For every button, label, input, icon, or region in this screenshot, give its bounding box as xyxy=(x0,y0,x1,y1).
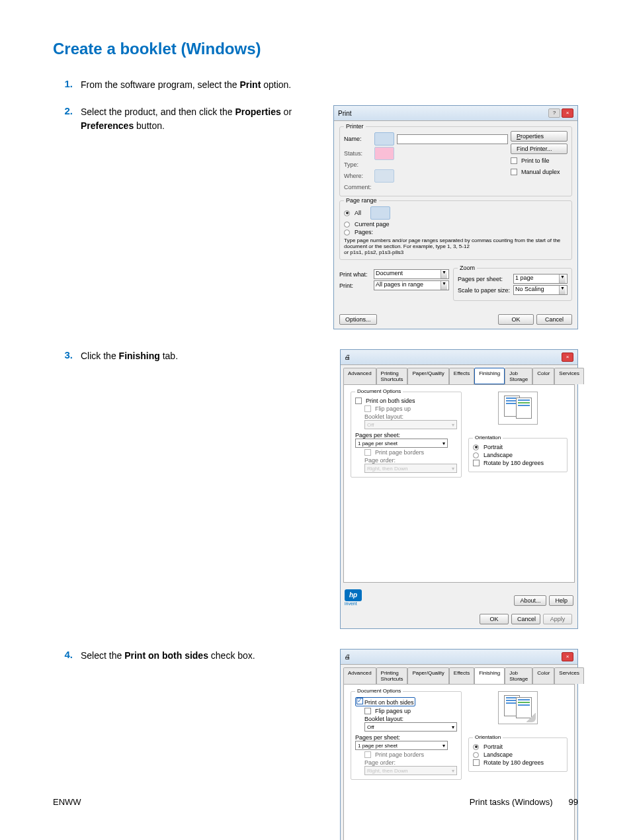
dialog-titlebar: 🖨 × xyxy=(341,350,577,365)
scale-label: Scale to paper size: xyxy=(458,287,511,294)
rotate-checkbox[interactable] xyxy=(473,759,480,766)
print-page-borders-label: Print page borders xyxy=(375,449,424,456)
page-curl-icon xyxy=(526,713,536,722)
current-page-label: Current page xyxy=(355,221,390,228)
all-radio[interactable] xyxy=(344,210,350,216)
step-number: 2. xyxy=(53,105,73,116)
page-footer: ENWW Print tasks (Windows) 99 xyxy=(53,797,578,807)
footer-page-number: 99 xyxy=(569,797,578,807)
tabs-row: Advanced Printing Shortcuts Paper/Qualit… xyxy=(341,365,577,384)
document-options-group: Document Options Print on both sides Fli… xyxy=(351,691,462,780)
printer-mini-icon: 🖨 xyxy=(345,653,351,660)
booklet-layout-select[interactable]: Off▾ xyxy=(364,722,457,732)
flip-pages-label: Flip pages up xyxy=(375,405,411,412)
manual-duplex-checkbox[interactable] xyxy=(511,169,517,175)
print-both-sides-checkbox[interactable] xyxy=(357,698,363,704)
document-options-label: Document Options xyxy=(355,688,403,694)
printer-properties-dialog: 🖨 × Advanced Printing Shortcuts Paper/Qu… xyxy=(340,349,578,629)
orientation-label: Orientation xyxy=(473,734,503,740)
zoom-label: Zoom xyxy=(458,265,477,271)
pages-radio[interactable] xyxy=(344,230,350,235)
status-label: Status: xyxy=(344,150,372,157)
cancel-button[interactable]: Cancel xyxy=(511,614,540,624)
current-page-radio[interactable] xyxy=(344,222,350,228)
print-both-sides-label: Print on both sides xyxy=(364,699,414,706)
close-icon[interactable]: × xyxy=(562,108,573,118)
print-both-sides-checkbox[interactable] xyxy=(355,398,362,404)
landscape-radio[interactable] xyxy=(473,452,479,458)
print-select[interactable]: All pages in range▼ xyxy=(374,280,449,290)
landscape-label: Landscape xyxy=(484,452,513,458)
tab-advanced[interactable]: Advanced xyxy=(343,667,376,684)
page-order-select: Right, then Down▾ xyxy=(364,766,457,775)
page-title: Create a booklet (Windows) xyxy=(53,40,578,58)
tab-color[interactable]: Color xyxy=(532,667,554,684)
pages-per-sheet2-select[interactable]: 1 page per sheet▾ xyxy=(355,439,448,448)
rotate-checkbox[interactable] xyxy=(473,460,480,466)
close-icon[interactable]: × xyxy=(562,652,573,661)
pages-per-sheet-select[interactable]: 1 page▼ xyxy=(513,274,568,284)
close-icon[interactable]: × xyxy=(562,353,573,362)
tab-effects[interactable]: Effects xyxy=(449,667,474,684)
tab-paper-quality[interactable]: Paper/Quality xyxy=(407,368,448,384)
tab-color[interactable]: Color xyxy=(532,368,554,384)
step-4: 4. Select the Print on both sides check … xyxy=(53,649,578,840)
options-button[interactable]: Options... xyxy=(339,314,377,325)
pages-label: Pages: xyxy=(355,229,373,235)
portrait-label: Portrait xyxy=(484,444,503,450)
manual-duplex-label: Manual duplex xyxy=(521,169,560,175)
name-label: Name: xyxy=(344,136,372,142)
tab-advanced[interactable]: Advanced xyxy=(343,368,376,384)
about-button[interactable]: About... xyxy=(514,595,546,606)
printer-mini-icon: 🖨 xyxy=(345,354,351,360)
page-order-label: Page order: xyxy=(364,457,457,464)
tab-services[interactable]: Services xyxy=(554,667,584,684)
where-label: Where: xyxy=(344,173,372,179)
booklet-layout-label: Booklet layout: xyxy=(364,716,457,722)
landscape-label: Landscape xyxy=(484,751,513,758)
ok-button[interactable]: OK xyxy=(498,314,534,325)
landscape-radio[interactable] xyxy=(473,752,479,758)
tab-job-storage[interactable]: Job Storage xyxy=(505,368,532,384)
tab-paper-quality[interactable]: Paper/Quality xyxy=(407,667,448,684)
dialog-titlebar: Print ? × xyxy=(334,106,577,121)
help-button[interactable]: Help xyxy=(549,595,573,606)
orientation-label: Orientation xyxy=(473,435,503,441)
properties-button[interactable]: PPropertiesroperties xyxy=(511,131,568,142)
comment-label: Comment: xyxy=(344,184,372,190)
printer-group-label: Printer xyxy=(344,123,366,130)
print-to-file-checkbox[interactable] xyxy=(511,157,517,164)
pages-per-sheet2-label: Pages per sheet: xyxy=(355,432,457,439)
step-number: 1. xyxy=(53,78,73,89)
tab-job-storage[interactable]: Job Storage xyxy=(505,667,532,684)
portrait-radio[interactable] xyxy=(473,444,479,450)
portrait-radio[interactable] xyxy=(473,744,479,750)
printer-name-select[interactable] xyxy=(397,134,508,144)
tab-finishing[interactable]: Finishing xyxy=(474,368,505,384)
cancel-button[interactable]: Cancel xyxy=(536,314,572,325)
tab-printing-shortcuts[interactable]: Printing Shortcuts xyxy=(376,368,408,384)
booklet-layout-label: Booklet layout: xyxy=(364,413,457,420)
help-icon[interactable]: ? xyxy=(548,108,560,118)
printer-icon xyxy=(374,132,394,146)
flip-pages-checkbox[interactable] xyxy=(364,708,371,714)
print-dialog: Print ? × Printer Name: Status: Typ xyxy=(333,105,578,329)
print-to-file-label: Print to file xyxy=(521,157,550,164)
preview-icon xyxy=(498,392,538,425)
tab-services[interactable]: Services xyxy=(554,368,584,384)
find-printer-button[interactable]: Find Printer... xyxy=(511,144,568,154)
apply-button[interactable]: Apply xyxy=(543,614,572,624)
scale-select[interactable]: No Scaling▼ xyxy=(513,285,568,295)
tab-finishing[interactable]: Finishing xyxy=(474,667,505,684)
tab-effects[interactable]: Effects xyxy=(449,368,474,384)
tab-printing-shortcuts[interactable]: Printing Shortcuts xyxy=(376,667,408,684)
rotate-label: Rotate by 180 degrees xyxy=(484,460,544,466)
dialog-titlebar: 🖨 × xyxy=(341,650,577,665)
hp-logo-icon: hp xyxy=(345,589,362,601)
ok-button[interactable]: OK xyxy=(480,614,509,624)
flip-pages-label: Flip pages up xyxy=(375,708,411,714)
pages-per-sheet2-select[interactable]: 1 page per sheet▾ xyxy=(355,741,448,750)
print-what-select[interactable]: Document▼ xyxy=(374,269,449,279)
portrait-label: Portrait xyxy=(484,743,503,750)
tabs-row: Advanced Printing Shortcuts Paper/Qualit… xyxy=(341,665,577,684)
